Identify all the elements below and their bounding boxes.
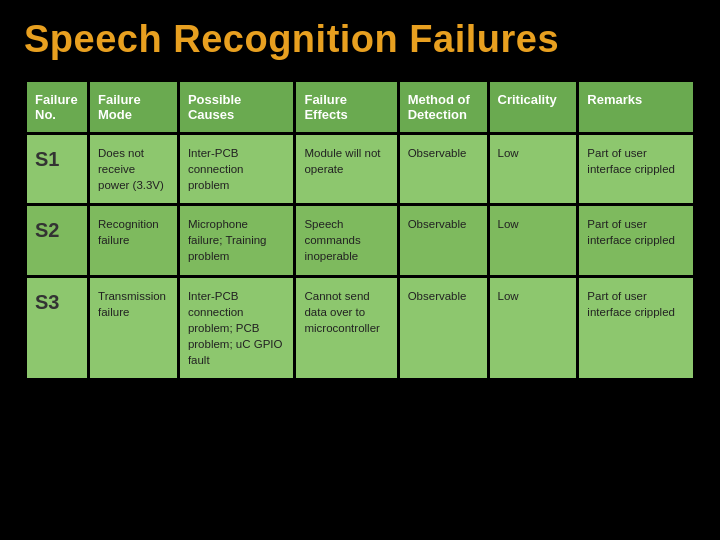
- cell-id: S2: [27, 206, 87, 274]
- cell-effects: Cannot send data over to microcontroller: [296, 278, 396, 378]
- page-title: Speech Recognition Failures: [24, 18, 696, 61]
- header-failure-no: Failure No.: [27, 82, 87, 132]
- cell-effects: Module will not operate: [296, 135, 396, 203]
- header-criticality: Criticality: [490, 82, 577, 132]
- cell-criticality: Low: [490, 278, 577, 378]
- header-failure-mode: Failure Mode: [90, 82, 177, 132]
- cell-causes: Inter-PCB connection problem; PCB proble…: [180, 278, 294, 378]
- cell-mode: Recognition failure: [90, 206, 177, 274]
- cell-mode: Does not receive power (3.3V): [90, 135, 177, 203]
- table-row: S1Does not receive power (3.3V)Inter-PCB…: [27, 135, 693, 203]
- cell-id: S3: [27, 278, 87, 378]
- cell-mode: Transmission failure: [90, 278, 177, 378]
- cell-effects: Speech commands inoperable: [296, 206, 396, 274]
- table-wrapper: Failure No. Failure Mode Possible Causes…: [24, 79, 696, 381]
- cell-remarks: Part of user interface crippled: [579, 278, 693, 378]
- cell-causes: Inter-PCB connection problem: [180, 135, 294, 203]
- page: Speech Recognition Failures Failure No. …: [0, 0, 720, 540]
- cell-causes: Microphone failure; Training problem: [180, 206, 294, 274]
- cell-id: S1: [27, 135, 87, 203]
- cell-remarks: Part of user interface crippled: [579, 135, 693, 203]
- failures-table: Failure No. Failure Mode Possible Causes…: [24, 79, 696, 381]
- header-possible-causes: Possible Causes: [180, 82, 294, 132]
- table-header-row: Failure No. Failure Mode Possible Causes…: [27, 82, 693, 132]
- cell-detection: Observable: [400, 206, 487, 274]
- header-failure-effects: Failure Effects: [296, 82, 396, 132]
- cell-detection: Observable: [400, 278, 487, 378]
- cell-detection: Observable: [400, 135, 487, 203]
- cell-remarks: Part of user interface crippled: [579, 206, 693, 274]
- header-remarks: Remarks: [579, 82, 693, 132]
- table-row: S3Transmission failureInter-PCB connecti…: [27, 278, 693, 378]
- cell-criticality: Low: [490, 206, 577, 274]
- table-row: S2Recognition failureMicrophone failure;…: [27, 206, 693, 274]
- header-method-detection: Method of Detection: [400, 82, 487, 132]
- cell-criticality: Low: [490, 135, 577, 203]
